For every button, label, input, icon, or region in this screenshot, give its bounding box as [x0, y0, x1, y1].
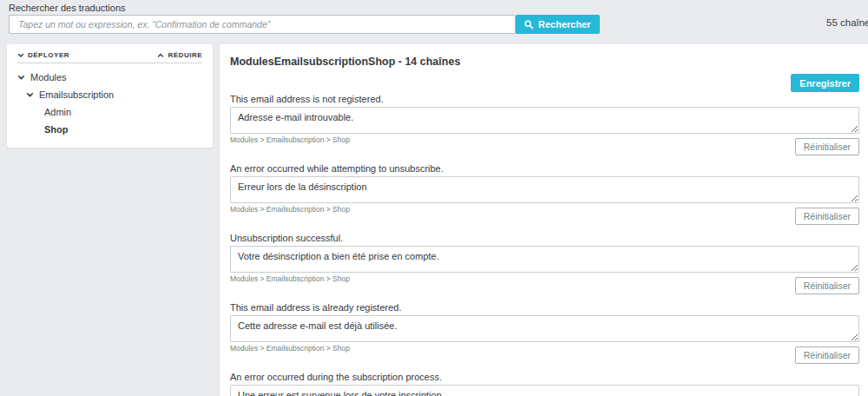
string-count: 55 chaînes — [826, 17, 868, 28]
translation-tree-panel: DÉPLOYER RÉDUIRE Modules Emailsubscripti… — [7, 44, 213, 148]
tree-item[interactable]: Emailsubscription — [7, 86, 213, 103]
source-string: Unsubscription successful. — [230, 233, 859, 244]
source-string: An error occurred during the subscriptio… — [230, 372, 859, 383]
reset-button[interactable]: Réinitialiser — [795, 277, 859, 294]
search-input[interactable] — [9, 15, 516, 34]
expand-all-label: DÉPLOYER — [28, 51, 69, 59]
chevron-up-icon — [157, 52, 164, 59]
tree-controls: DÉPLOYER RÉDUIRE — [17, 44, 202, 63]
source-string: This email address is not registered. — [230, 94, 859, 105]
tree-item-label: Modules — [30, 72, 67, 82]
search-button[interactable]: Rechercher — [516, 15, 600, 34]
source-string: This email address is already registered… — [230, 302, 859, 314]
tree-item[interactable]: Admin — [7, 103, 213, 121]
translation-entry: An error occurred during the subscriptio… — [230, 372, 859, 396]
translation-textarea[interactable]: Adresse e-mail introuvable. — [230, 107, 859, 134]
entry-footer: Modules > Emailsubscription > Shop Réini… — [230, 203, 859, 226]
collapse-all-label: RÉDUIRE — [168, 51, 202, 59]
tree-item-label: Emailsubscription — [39, 89, 114, 100]
search-button-label: Rechercher — [538, 19, 591, 30]
panel-title: ModulesEmailsubscriptionShop - 14 chaîne… — [230, 56, 460, 68]
translation-textarea[interactable]: Erreur lors de la désinscription — [230, 176, 859, 203]
reset-button[interactable]: Réinitialiser — [795, 346, 859, 364]
breadcrumb: Modules > Emailsubscription > Shop — [230, 205, 350, 214]
translation-textarea[interactable]: Une erreur est survenue lors de votre in… — [230, 385, 859, 396]
translation-entry: An error occurred while attempting to un… — [230, 163, 859, 226]
tree-item-label: Admin — [44, 107, 71, 117]
source-string: An error occurred while attempting to un… — [230, 163, 859, 175]
collapse-all-button[interactable]: RÉDUIRE — [157, 51, 202, 59]
reset-button[interactable]: Réinitialiser — [795, 208, 859, 225]
entry-footer: Modules > Emailsubscription > Shop Réini… — [230, 134, 859, 156]
breadcrumb: Modules > Emailsubscription > Shop — [230, 274, 350, 283]
translation-textarea[interactable]: Votre désinscription a bien été prise en… — [230, 246, 859, 273]
reset-button[interactable]: Réinitialiser — [795, 138, 859, 155]
tree-item[interactable]: Shop — [7, 121, 213, 138]
chevron-down-icon — [26, 91, 34, 99]
translation-entry: This email address is not registered. Ad… — [230, 94, 859, 156]
entry-footer: Modules > Emailsubscription > Shop Réini… — [230, 342, 859, 365]
entry-footer: Modules > Emailsubscription > Shop Réini… — [230, 273, 859, 295]
save-button[interactable]: Enregistrer — [791, 74, 859, 92]
module-tree: Modules Emailsubscription Admin Shop — [7, 63, 213, 138]
tree-item-label: Shop — [44, 124, 69, 135]
expand-all-button[interactable]: DÉPLOYER — [17, 51, 69, 59]
translation-entries: This email address is not registered. Ad… — [230, 94, 859, 396]
translation-textarea[interactable]: Cette adresse e-mail est déjà utilisée. — [230, 315, 859, 342]
chevron-down-icon — [17, 52, 24, 59]
search-label: Rechercher des traductions — [9, 3, 126, 13]
tree-item[interactable]: Modules — [7, 69, 213, 86]
search-icon — [524, 20, 534, 30]
breadcrumb: Modules > Emailsubscription > Shop — [230, 344, 350, 353]
chevron-down-icon — [17, 74, 25, 82]
translation-entry: This email address is already registered… — [230, 302, 859, 365]
translations-page: { "search": { "label": "Rechercher des t… — [0, 0, 868, 396]
breadcrumb: Modules > Emailsubscription > Shop — [230, 135, 350, 144]
translations-panel: ModulesEmailsubscriptionShop - 14 chaîne… — [220, 44, 868, 396]
translation-entry: Unsubscription successful. Votre désinsc… — [230, 233, 859, 295]
